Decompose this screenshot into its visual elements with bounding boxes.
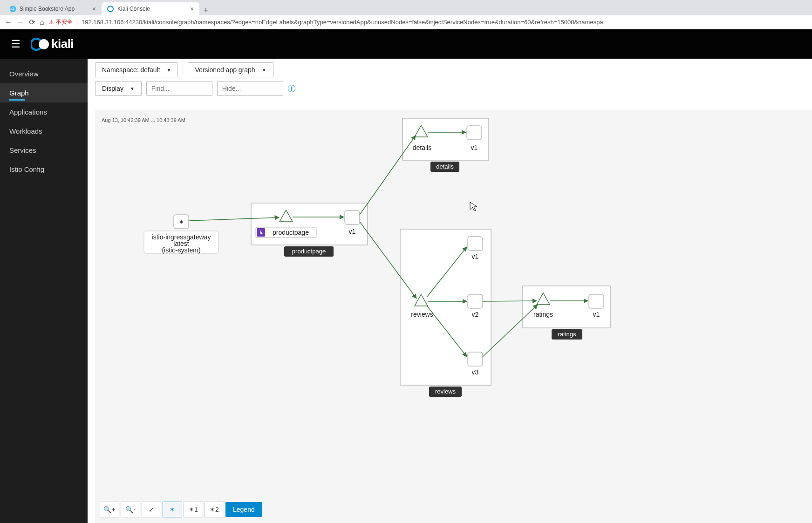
svg-text:v1: v1 bbox=[349, 228, 356, 235]
graph-type-dropdown[interactable]: Versioned app graph ▼ bbox=[188, 62, 273, 77]
svg-text:✶: ✶ bbox=[179, 218, 184, 225]
graph-toolbar: Namespace: default ▼ Versioned app graph… bbox=[88, 59, 812, 100]
svg-rect-17 bbox=[345, 211, 360, 224]
zoom-in-button[interactable]: 🔍+ bbox=[100, 502, 119, 517]
svg-point-2 bbox=[39, 39, 49, 49]
brand-text: kiali bbox=[51, 37, 74, 51]
browser-tab-bookstore[interactable]: 🌐 Simple Bookstore App × bbox=[4, 2, 102, 15]
svg-text:reviews: reviews bbox=[435, 388, 456, 395]
svg-text:v2: v2 bbox=[472, 311, 479, 318]
new-tab-button[interactable]: + bbox=[199, 6, 212, 15]
namespace-dropdown[interactable]: Namespace: default ▼ bbox=[95, 62, 178, 77]
globe-icon: 🌐 bbox=[9, 6, 16, 12]
hamburger-icon[interactable]: ☰ bbox=[11, 38, 20, 50]
browser-tab-strip: 🌐 Simple Bookstore App × Kiali Console ×… bbox=[0, 0, 812, 15]
svg-text:ratings: ratings bbox=[558, 331, 576, 338]
caret-down-icon: ▼ bbox=[130, 86, 135, 91]
graph-tools: 🔍+ 🔍- ⤢ ✶ ✶1 ✶2 Legend bbox=[100, 502, 262, 517]
caret-down-icon: ▼ bbox=[262, 68, 266, 73]
service-graph[interactable]: ✶ istio-ingressgateway latest (istio-sys… bbox=[95, 110, 812, 523]
insecure-label: 不安全 bbox=[56, 18, 73, 26]
svg-text:ratings: ratings bbox=[533, 311, 553, 318]
svg-point-0 bbox=[108, 6, 113, 12]
graph-canvas[interactable]: Aug 13, 10:42:39 AM ... 10:43:39 AM ✶ is… bbox=[95, 110, 812, 523]
svg-text:details: details bbox=[436, 163, 454, 170]
close-icon[interactable]: × bbox=[92, 5, 96, 13]
sidebar-item-applications[interactable]: Applications bbox=[0, 102, 88, 122]
close-icon[interactable]: × bbox=[190, 5, 194, 13]
svg-text:v1: v1 bbox=[471, 144, 478, 151]
url-field[interactable]: ⚠ 不安全 | 192.168.31.106:44230/kiali/conso… bbox=[49, 18, 807, 26]
find-input[interactable] bbox=[146, 81, 212, 96]
tab-title: Kiali Console bbox=[117, 6, 150, 12]
zoom-out-button[interactable]: 🔍- bbox=[121, 502, 140, 517]
hide-input[interactable] bbox=[217, 81, 283, 96]
tab-title: Simple Bookstore App bbox=[20, 6, 75, 12]
svg-text:v1: v1 bbox=[593, 311, 600, 318]
layout-1-button[interactable]: ✶1 bbox=[184, 502, 203, 517]
svg-text:v1: v1 bbox=[472, 253, 479, 260]
cursor-icon bbox=[470, 202, 477, 211]
sidebar-item-istio-config[interactable]: Istio Config bbox=[0, 160, 88, 179]
toolbar-divider bbox=[183, 65, 183, 75]
svg-text:details: details bbox=[413, 144, 431, 151]
layout-2-button[interactable]: ✶2 bbox=[205, 502, 224, 517]
svg-rect-24 bbox=[467, 126, 482, 140]
svg-text:productpage: productpage bbox=[273, 229, 309, 236]
edge-productpage-details[interactable] bbox=[360, 136, 416, 215]
warning-icon: ⚠ bbox=[49, 19, 54, 26]
display-dropdown[interactable]: Display ▼ bbox=[95, 81, 142, 96]
fit-button[interactable]: ⤢ bbox=[142, 502, 161, 517]
svg-text:↳: ↳ bbox=[259, 230, 263, 235]
sidebar: Overview Graph Applications Workloads Se… bbox=[0, 59, 88, 523]
legend-button[interactable]: Legend bbox=[225, 502, 262, 517]
url-text: 192.168.31.106:44230/kiali/console/graph… bbox=[82, 19, 603, 26]
sidebar-item-services[interactable]: Services bbox=[0, 141, 88, 160]
group-ratings[interactable]: ratings ratings v1 bbox=[523, 286, 610, 340]
browser-tab-kiali[interactable]: Kiali Console × bbox=[102, 2, 199, 15]
kiali-logo[interactable]: kiali bbox=[31, 36, 74, 52]
reload-button[interactable]: ⟳ bbox=[29, 18, 35, 27]
svg-text:reviews: reviews bbox=[411, 311, 433, 318]
edge-reviews-v2-ratings[interactable] bbox=[483, 301, 537, 301]
app-header: ☰ kiali bbox=[0, 29, 812, 59]
info-icon[interactable]: i bbox=[288, 85, 295, 92]
group-productpage[interactable]: productpage ↳ productpage v1 bbox=[251, 203, 368, 257]
insecure-badge: ⚠ 不安全 bbox=[49, 18, 73, 26]
svg-rect-31 bbox=[468, 237, 483, 251]
main-panel: Namespace: default ▼ Versioned app graph… bbox=[88, 59, 812, 523]
layout-default-button[interactable]: ✶ bbox=[163, 502, 182, 517]
group-details[interactable]: details details v1 bbox=[403, 118, 489, 172]
home-button[interactable]: ⌂ bbox=[40, 18, 44, 27]
node-ingressgateway[interactable]: ✶ istio-ingressgateway latest (istio-sys… bbox=[144, 215, 218, 254]
svg-rect-35 bbox=[468, 352, 483, 366]
forward-button[interactable]: → bbox=[17, 18, 24, 27]
sidebar-item-graph[interactable]: Graph bbox=[0, 83, 88, 102]
svg-rect-33 bbox=[468, 294, 483, 308]
kiali-favicon-icon bbox=[107, 6, 114, 12]
group-reviews[interactable]: reviews reviews v1 v2 v3 bbox=[400, 229, 491, 397]
svg-text:productpage: productpage bbox=[292, 248, 326, 255]
caret-down-icon: ▼ bbox=[167, 68, 171, 73]
sidebar-item-overview[interactable]: Overview bbox=[0, 64, 88, 83]
kiali-logo-icon bbox=[31, 36, 47, 52]
back-button[interactable]: ← bbox=[5, 18, 12, 27]
svg-text:v3: v3 bbox=[472, 368, 479, 376]
address-bar: ← → ⟳ ⌂ ⚠ 不安全 | 192.168.31.106:44230/kia… bbox=[0, 15, 812, 29]
svg-text:(istio-system): (istio-system) bbox=[162, 246, 200, 254]
svg-rect-42 bbox=[589, 294, 604, 308]
sidebar-item-workloads[interactable]: Workloads bbox=[0, 122, 88, 141]
